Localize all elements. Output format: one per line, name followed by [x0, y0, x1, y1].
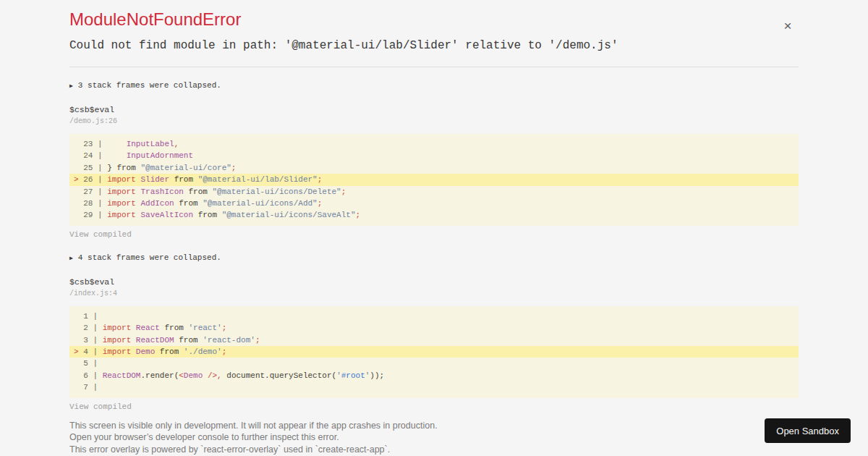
code-token: />: [208, 371, 217, 380]
error-line-marker: [74, 312, 79, 321]
line-gutter: > 26 |: [74, 175, 107, 184]
divider: [69, 67, 799, 67]
error-line-marker: [74, 151, 79, 160]
line-gutter: > 4 |: [74, 347, 103, 356]
code-token: ReactDOM: [136, 336, 174, 345]
error-line-marker: [74, 324, 79, 332]
code-token: Demo: [184, 371, 203, 380]
error-line-marker: [74, 187, 79, 196]
line-gutter: 2 |: [74, 324, 103, 332]
code-token: 'react': [188, 324, 221, 332]
triangle-right-icon: ▶: [69, 253, 73, 262]
stack-frames: ▶3 stack frames were collapsed.$csb$eval…: [69, 81, 799, 412]
code-line: 6 | ReactDOM.render(<Demo />, document.q…: [69, 370, 799, 381]
stack-frame-group: ▶3 stack frames were collapsed.$csb$eval…: [69, 81, 799, 240]
code-token: './demo': [184, 347, 222, 356]
code-token: ;: [356, 211, 361, 219]
code-line: 25 | } from "@material-ui/core";: [69, 162, 799, 174]
code-token: ': [336, 371, 341, 380]
code-token: ;: [318, 175, 323, 184]
code-token: ;: [222, 324, 227, 332]
code-token: ;: [255, 336, 260, 345]
error-line-marker: [74, 199, 79, 208]
code-token: TrashIcon: [140, 187, 183, 196]
open-sandbox-button[interactable]: Open Sandbox: [765, 418, 851, 443]
code-line: 24 | InputAdornment: [69, 150, 799, 161]
code-token: import: [103, 336, 132, 345]
code-token: Slider: [140, 175, 169, 184]
code-token: import: [107, 175, 136, 184]
code-token: <: [179, 371, 184, 380]
footer-note: This error overlay is powered by `react-…: [69, 444, 799, 456]
code-token: InputAdornment: [127, 151, 193, 160]
code-token: AddIcon: [140, 199, 174, 208]
code-token: [131, 324, 136, 332]
code-token: ;: [318, 199, 323, 208]
code-token: from: [193, 211, 222, 219]
line-gutter: 29 |: [74, 211, 107, 219]
frame-function-name: $csb$eval: [69, 105, 799, 115]
view-compiled-row: View compiled: [69, 398, 799, 412]
error-line-marker: [74, 140, 79, 148]
code-token: ;: [222, 347, 227, 356]
code-token: from: [174, 336, 203, 345]
error-line-marker: >: [74, 175, 79, 184]
code-token: SaveAltIcon: [140, 211, 193, 219]
collapsed-frames-toggle[interactable]: ▶3 stack frames were collapsed.: [69, 81, 799, 90]
code-token: "@material-ui/icons/SaveAlt": [222, 211, 356, 219]
code-token: ;: [231, 164, 237, 172]
code-token: import: [107, 187, 136, 196]
error-line-marker: [74, 211, 79, 219]
line-gutter: 25 |: [74, 164, 107, 172]
code-token: [203, 371, 208, 380]
code-line: 3 | import ReactDOM from 'react-dom';: [69, 334, 799, 346]
view-compiled-link[interactable]: View compiled: [69, 402, 132, 412]
code-token: from: [155, 347, 184, 356]
line-gutter: 1 |: [74, 312, 103, 321]
code-frame: 1 | 2 | import React from 'react'; 3 | i…: [69, 306, 799, 398]
footer-note: Open your browser’s developer console to…: [69, 431, 799, 444]
code-token: #root: [341, 371, 365, 380]
line-gutter: 6 |: [74, 371, 103, 380]
code-token: import: [103, 324, 132, 332]
code-token: ,: [174, 140, 179, 148]
error-line-marker: [74, 336, 79, 345]
code-token: React: [136, 324, 160, 332]
line-gutter: 28 |: [74, 199, 107, 208]
line-gutter: 3 |: [74, 336, 103, 345]
code-token: "@material-ui/core": [140, 164, 231, 172]
code-token: ReactDOM: [103, 371, 141, 380]
code-token: "@material-ui/icons/Add": [203, 199, 317, 208]
code-token: } from: [107, 164, 140, 172]
code-token: from: [184, 187, 213, 196]
view-compiled-link[interactable]: View compiled: [69, 230, 132, 240]
frame-function-name: $csb$eval: [69, 277, 799, 287]
code-line: 2 | import React from 'react';: [69, 322, 799, 334]
code-line: 7 |: [69, 381, 799, 393]
code-line: 23 | InputLabel,: [69, 138, 799, 150]
code-token: from: [169, 175, 198, 184]
line-gutter: 5 |: [74, 359, 103, 368]
stack-frame-group: ▶4 stack frames were collapsed.$csb$eval…: [69, 253, 799, 412]
collapsed-frames-toggle[interactable]: ▶4 stack frames were collapsed.: [69, 253, 799, 263]
code-line: > 4 | import Demo from './demo';: [69, 346, 799, 358]
code-token: [131, 347, 136, 356]
code-token: ));: [370, 371, 384, 380]
collapsed-frames-label: 4 stack frames were collapsed.: [78, 253, 221, 263]
error-line-marker: [74, 383, 79, 392]
collapsed-frames-label: 3 stack frames were collapsed.: [78, 81, 221, 90]
code-token: [107, 151, 126, 160]
close-icon[interactable]: ×: [779, 17, 796, 35]
code-token: import: [107, 211, 136, 219]
code-token: "@material-ui/icons/Delete": [212, 187, 341, 196]
code-frame: 23 | InputLabel, 24 | InputAdornment 25 …: [69, 134, 799, 226]
line-gutter: 23 |: [74, 140, 107, 148]
code-line: 29 | import SaveAltIcon from "@material-…: [69, 209, 799, 221]
code-token: ;: [341, 187, 346, 196]
code-line: 1 |: [69, 311, 799, 322]
error-message: Could not find module in path: '@materia…: [69, 39, 799, 53]
code-token: import: [103, 347, 132, 356]
code-line: 28 | import AddIcon from "@material-ui/i…: [69, 198, 799, 209]
error-line-marker: >: [74, 347, 79, 356]
error-line-marker: [74, 371, 79, 380]
